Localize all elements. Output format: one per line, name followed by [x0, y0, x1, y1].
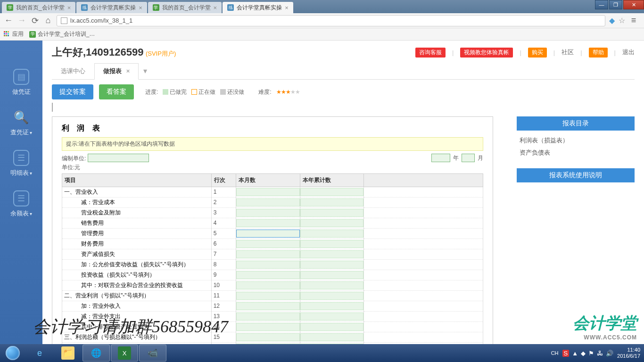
page-icon: [61, 17, 67, 24]
line-cell: 10: [211, 280, 236, 290]
month-cell[interactable]: [236, 332, 300, 342]
tray-shield-icon[interactable]: ◆: [581, 350, 586, 357]
back-button[interactable]: ←: [4, 16, 13, 25]
month-cell[interactable]: [236, 207, 300, 218]
view-answer-button[interactable]: 看答案: [99, 84, 134, 99]
tray-icons[interactable]: S ▲ ◆ ⚑ 🖧 🔊: [562, 350, 614, 357]
month-cell[interactable]: [236, 218, 300, 228]
month-label: 月: [478, 154, 483, 162]
header-actions: 咨询客服 | 视频教您体验真帐 | 购买 | 社区 | 帮助 | 退出: [415, 48, 635, 58]
tab-courses[interactable]: 选课中心: [52, 63, 94, 79]
close-icon[interactable]: ×: [285, 4, 289, 11]
ime-indicator[interactable]: CH: [551, 350, 559, 356]
year-cell[interactable]: [300, 301, 363, 311]
start-button[interactable]: [0, 344, 25, 362]
year-cell[interactable]: [300, 187, 363, 197]
year-cell[interactable]: [300, 218, 363, 228]
forward-button[interactable]: →: [17, 16, 26, 25]
tray-icon[interactable]: S: [562, 350, 570, 357]
menu-button[interactable]: ≡: [629, 16, 638, 25]
month-input[interactable]: [462, 154, 475, 162]
ie-icon: e: [33, 346, 46, 360]
month-cell[interactable]: [236, 280, 300, 290]
link-profit-loss[interactable]: 利润表（损益表）: [517, 134, 635, 147]
close-window-button[interactable]: ✕: [623, 0, 644, 9]
year-cell[interactable]: [300, 311, 363, 321]
tab-dropdown[interactable]: ▾: [139, 63, 152, 79]
sidebar-item-detail[interactable]: ☰ 明细表: [0, 145, 42, 186]
taskbar-chrome-active[interactable]: 🌐: [83, 345, 110, 362]
video-button[interactable]: 视频教您体验真帐: [460, 48, 513, 58]
browser-tab-2[interactable]: 练 会计学堂真帐实操 ×: [76, 2, 147, 13]
month-cell[interactable]: [236, 290, 300, 301]
taskbar-ie[interactable]: e: [26, 345, 53, 362]
help-button[interactable]: 帮助: [589, 48, 608, 58]
browser-tab-3[interactable]: 学 我的首页_会计学堂 ×: [148, 2, 222, 13]
year-input[interactable]: [431, 154, 450, 162]
close-icon[interactable]: ×: [67, 4, 71, 11]
sidebar-item-voucher[interactable]: ▤ 做凭证: [0, 64, 42, 105]
browser-tab-1[interactable]: 学 我的首页_会计学堂 ×: [2, 2, 75, 13]
shield-icon[interactable]: ◆: [609, 16, 615, 25]
item-cell: 加：公允价值变动收益（损失以"-"号填列）: [62, 259, 212, 270]
buy-button[interactable]: 购买: [528, 48, 547, 58]
year-cell[interactable]: [300, 249, 363, 259]
year-cell[interactable]: [300, 270, 363, 280]
year-cell[interactable]: [300, 321, 363, 332]
link-balance-sheet[interactable]: 资产负债表: [517, 147, 635, 159]
org-input[interactable]: [88, 154, 149, 162]
close-icon[interactable]: ×: [139, 4, 142, 11]
month-cell[interactable]: [236, 187, 300, 197]
month-cell[interactable]: [236, 249, 300, 259]
minimize-button[interactable]: —: [595, 0, 608, 9]
close-icon[interactable]: ×: [214, 4, 217, 11]
item-cell: 一、营业收入: [62, 187, 212, 197]
tray-volume-icon[interactable]: 🔊: [606, 350, 613, 357]
month-cell[interactable]: [236, 197, 300, 207]
tray-network-icon[interactable]: 🖧: [597, 350, 603, 357]
url-text: lx.acc5.com/lx_38_1_1: [70, 17, 132, 24]
apps-button[interactable]: 应用: [4, 30, 24, 38]
bookmark-star-icon[interactable]: ☆: [619, 16, 625, 25]
tray-flag-icon[interactable]: ⚑: [588, 350, 594, 357]
month-cell[interactable]: [236, 239, 300, 249]
maximize-button[interactable]: ❐: [609, 0, 622, 9]
month-cell[interactable]: [236, 301, 300, 311]
browser-tab-4-active[interactable]: 练 会计学堂真帐实操 ×: [223, 2, 293, 13]
year-cell[interactable]: [300, 280, 363, 290]
tray-icon[interactable]: ▲: [572, 350, 578, 357]
close-icon[interactable]: ×: [126, 67, 130, 74]
reload-button[interactable]: ⟳: [30, 16, 40, 25]
sidebar-item-search-voucher[interactable]: 🔍 查凭证: [0, 105, 42, 145]
consult-button[interactable]: 咨询客服: [415, 48, 446, 58]
taskbar-explorer[interactable]: 📁: [54, 345, 82, 362]
date-text: 2016/6/17: [617, 353, 640, 359]
community-link[interactable]: 社区: [561, 48, 574, 57]
url-input[interactable]: lx.acc5.com/lx_38_1_1: [57, 15, 605, 26]
year-cell[interactable]: [300, 259, 363, 270]
logout-link[interactable]: 退出: [622, 48, 635, 57]
year-cell[interactable]: [300, 332, 363, 342]
item-cell: 其中：对联营企业和合营企业的投资收益: [62, 280, 212, 290]
month-cell[interactable]: [236, 270, 300, 280]
month-cell[interactable]: [236, 311, 300, 321]
extra-cell: [363, 218, 483, 228]
clock[interactable]: 11:40 2016/6/17: [617, 347, 640, 359]
year-cell[interactable]: [300, 207, 363, 218]
usage-header[interactable]: 报表系统使用说明: [517, 168, 635, 182]
line-cell: 6: [211, 239, 236, 249]
year-cell[interactable]: [300, 228, 363, 239]
month-cell[interactable]: [236, 259, 300, 270]
sidebar-item-balance[interactable]: ☰ 余额表: [0, 186, 42, 226]
month-cell[interactable]: [236, 228, 300, 239]
month-cell[interactable]: [236, 321, 300, 332]
tab-report-active[interactable]: 做报表 ×: [94, 63, 139, 80]
year-cell[interactable]: [300, 239, 363, 249]
home-button[interactable]: ⌂: [43, 16, 53, 25]
year-cell[interactable]: [300, 290, 363, 301]
bookmark-item-1[interactable]: 学 会计学堂_会计培训_…: [29, 30, 95, 38]
taskbar-camera[interactable]: 📹: [139, 345, 166, 362]
year-cell[interactable]: [300, 197, 363, 207]
taskbar-excel[interactable]: X: [111, 345, 138, 362]
submit-answer-button[interactable]: 提交答案: [52, 84, 93, 99]
